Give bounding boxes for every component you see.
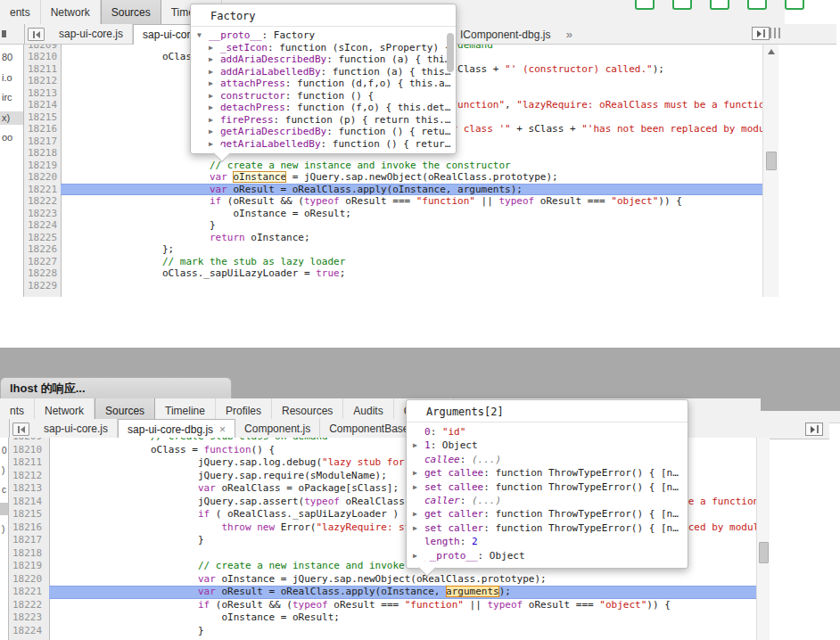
navigator-item-fragment[interactable]: oo <box>2 131 12 144</box>
editor-scrollbar[interactable] <box>762 45 778 297</box>
expand-icon[interactable]: ▶ <box>209 114 220 127</box>
line-number[interactable]: 18224 <box>9 625 49 638</box>
line-number[interactable]: 18212 <box>9 470 49 483</box>
property-row-attachPress[interactable]: ▶attachPress: function (d,f,o) { this.a… <box>191 78 456 90</box>
expand-icon[interactable]: ▶ <box>413 480 424 494</box>
expand-icon[interactable]: ▶ <box>209 126 220 138</box>
file-tab-sap-ui-core.js[interactable]: sap-ui-core.js <box>50 24 133 44</box>
line-number[interactable]: 18212 <box>24 75 61 87</box>
file-tab-sap-ui-core-dbg.js[interactable]: sap-ui-core-dbg.js× <box>118 419 235 439</box>
close-tab-icon[interactable]: × <box>219 424 226 435</box>
property-row-get-caller[interactable]: ▶get caller: function ThrowTypeError() {… <box>407 507 688 521</box>
line-number[interactable]: 18218 <box>24 147 61 160</box>
device-icon[interactable] <box>635 0 655 10</box>
expand-icon[interactable]: ▶ <box>413 549 424 562</box>
line-number[interactable]: 18227 <box>24 256 61 268</box>
panel-tab-network[interactable]: Network <box>41 0 101 24</box>
line-number[interactable]: 18221 <box>9 586 49 599</box>
line-number[interactable]: 18223 <box>9 611 49 625</box>
line-number[interactable]: 18217 <box>9 534 49 547</box>
scrollbar-thumb[interactable] <box>759 542 769 563</box>
line-number[interactable]: 18218 <box>9 547 49 561</box>
line-number[interactable]: 18217 <box>24 135 61 148</box>
panel-tab-ents[interactable]: ents <box>0 0 41 24</box>
line-number[interactable]: 18220 <box>9 573 49 587</box>
line-number[interactable]: 18225 <box>24 232 61 244</box>
navigator-item-fragment[interactable]: ) <box>2 522 4 536</box>
line-number[interactable]: 18223 <box>24 208 61 220</box>
line-number[interactable]: 18211 <box>24 63 61 76</box>
line-number[interactable]: 18222 <box>24 195 61 208</box>
property-row-constructor[interactable]: ▶constructor: function () { <box>191 90 456 103</box>
navigator-item-fragment[interactable]: ) <box>2 464 4 477</box>
show-drawer-icon[interactable] <box>752 27 770 40</box>
line-number[interactable]: 18214 <box>9 496 49 509</box>
line-number[interactable]: 18214 <box>24 99 61 111</box>
expand-icon[interactable]: ▶ <box>209 66 220 78</box>
property-row-0[interactable]: 0: "id" <box>407 425 688 439</box>
property-row-addAriaDescribedBy[interactable]: ▶addAriaDescribedBy: function (a) { thi… <box>191 53 456 66</box>
file-tab-sap-ui-core.js[interactable]: sap-ui-core.js <box>35 419 118 439</box>
show-navigator-icon[interactable] <box>12 423 29 436</box>
property-row-detachPress[interactable]: ▶detachPress: function (f,o) { this.det… <box>191 102 456 114</box>
property-row-set-callee[interactable]: ▶set callee: function ThrowTypeError() {… <box>407 480 688 494</box>
show-navigator-icon[interactable] <box>28 28 45 41</box>
popover-scrollbar-thumb[interactable] <box>447 33 454 72</box>
property-row-getAriaLabelledBy[interactable]: ▶getAriaLabelledBy: function () { retur… <box>191 138 456 151</box>
file-tab-overflow[interactable]: IComponent-dbg.js » <box>460 28 572 41</box>
file-tab-ComponentBase[interactable]: ComponentBase <box>320 419 418 439</box>
expand-icon[interactable]: ▶ <box>209 42 220 54</box>
navigator-item-fragment[interactable]: x) <box>0 111 23 125</box>
show-drawer-icon[interactable] <box>805 423 823 436</box>
line-number[interactable]: 18213 <box>24 87 61 100</box>
line-number[interactable]: 18215 <box>9 508 49 521</box>
scroll-up-icon[interactable] <box>768 49 775 54</box>
line-number[interactable]: 18210 <box>24 51 61 63</box>
line-number[interactable]: 18229 <box>24 280 61 292</box>
navigator-item-fragment[interactable]: c <box>2 483 6 496</box>
line-number[interactable]: 18221 <box>24 184 61 196</box>
line-number[interactable]: 18215 <box>24 111 61 124</box>
expand-icon[interactable]: ▶ <box>209 90 220 103</box>
navigator-item-fragment[interactable]: 80 <box>2 51 12 64</box>
expand-icon[interactable]: ▶ <box>209 78 220 90</box>
line-number[interactable]: 18209 <box>24 45 61 51</box>
line-number[interactable]: 18213 <box>9 482 49 496</box>
navigator-item-fragment[interactable]: i.o <box>2 71 12 85</box>
property-row-getAriaDescribedBy[interactable]: ▶getAriaDescribedBy: function () { retu… <box>191 126 456 138</box>
scrollbar-thumb[interactable] <box>766 152 777 170</box>
property-row-addAriaLabelledBy[interactable]: ▶addAriaLabelledBy: function (a) { this… <box>191 66 456 78</box>
property-row-length[interactable]: length: 2 <box>407 535 688 548</box>
line-number[interactable]: 18210 <box>9 444 49 457</box>
line-number[interactable]: 18220 <box>24 171 61 184</box>
line-number[interactable]: 18219 <box>24 160 61 172</box>
expand-icon[interactable]: ▶ <box>413 507 424 521</box>
expand-icon[interactable]: ▶ <box>209 102 220 114</box>
navigator-item-fragment[interactable] <box>0 503 8 515</box>
property-row-caller[interactable]: caller: (...) <box>407 494 688 507</box>
expand-icon[interactable]: ▶ <box>209 53 220 66</box>
expand-icon[interactable]: ▶ <box>413 521 424 535</box>
panel-tab-sources[interactable]: Sources <box>101 0 161 24</box>
line-number[interactable]: 18219 <box>9 560 49 573</box>
property-row-set-caller[interactable]: ▶set caller: function ThrowTypeError() {… <box>407 521 688 535</box>
navigator-item-fragment[interactable]: irc <box>2 91 12 104</box>
brackets-icon[interactable] <box>672 0 692 10</box>
collapse-icon[interactable]: ▼ <box>197 29 209 42</box>
property-row-__proto__[interactable]: ▼__proto__: Factory <box>191 29 456 42</box>
property-row-_setIcon[interactable]: ▶_setIcon: function (sIcon, sProperty) { <box>191 42 456 54</box>
browser-tab[interactable]: lhost 的响应... <box>0 377 232 399</box>
editor-scrollbar[interactable] <box>756 438 770 640</box>
line-number[interactable]: 18222 <box>9 599 49 612</box>
grid-icon[interactable] <box>710 0 729 10</box>
property-row-firePress[interactable]: ▶firePress: function (p) { return this.… <box>191 114 456 127</box>
line-number[interactable]: 18216 <box>24 123 61 135</box>
gear-icon[interactable] <box>785 0 804 10</box>
navigator-item-fragment[interactable]: 0 <box>2 444 7 457</box>
window-icon[interactable] <box>747 0 767 10</box>
line-number[interactable]: 18211 <box>9 456 49 470</box>
property-row-get-callee[interactable]: ▶get callee: function ThrowTypeError() {… <box>407 466 688 480</box>
line-number[interactable]: 18228 <box>24 267 61 280</box>
expand-icon[interactable]: ▶ <box>413 466 424 480</box>
property-row-__proto__[interactable]: ▶__proto__: Object <box>407 549 688 562</box>
